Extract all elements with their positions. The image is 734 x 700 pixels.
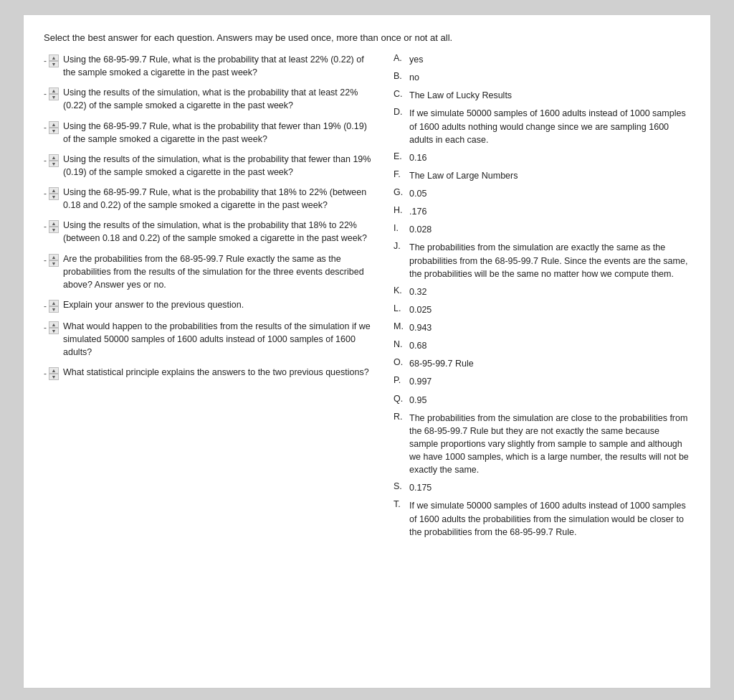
answer-text-b: no: [409, 71, 419, 84]
question-controls-8: -▲▼: [44, 298, 59, 313]
answer-item-q: Q.0.95: [394, 394, 690, 407]
dash-icon-2: -: [44, 89, 47, 99]
answer-item-d: D.If we simulate 50000 samples of 1600 a…: [394, 107, 690, 146]
spinner-7[interactable]: ▲▼: [49, 254, 59, 267]
question-row-4: -▲▼Using the results of the simulation, …: [44, 153, 376, 179]
answer-text-k: 0.32: [409, 285, 426, 298]
answer-item-o: O.68-95-99.7 Rule: [394, 357, 690, 370]
answer-item-n: N.0.68: [394, 339, 690, 352]
spinner-down-8[interactable]: ▼: [49, 306, 59, 313]
spinner-up-2[interactable]: ▲: [49, 88, 59, 94]
answer-item-j: J.The probabilities from the simulation …: [394, 241, 690, 280]
answer-item-a: A.yes: [394, 53, 690, 66]
question-text-3: Using the 68-95-99.7 Rule, what is the p…: [63, 120, 376, 146]
dash-icon-10: -: [44, 369, 47, 379]
answer-text-l: 0.025: [409, 303, 432, 316]
spinner-up-9[interactable]: ▲: [49, 321, 59, 328]
spinner-down-10[interactable]: ▼: [49, 374, 59, 380]
answer-item-e: E.0.16: [394, 151, 690, 164]
spinner-down-1[interactable]: ▼: [49, 61, 59, 67]
answer-letter-h: H.: [394, 205, 409, 215]
dash-icon-3: -: [44, 123, 47, 133]
answer-letter-c: C.: [394, 89, 409, 99]
instructions-text: Select the best answer for each question…: [44, 32, 690, 43]
question-row-6: -▲▼Using the results of the simulation, …: [44, 219, 376, 245]
spinner-down-4[interactable]: ▼: [49, 161, 59, 167]
answer-text-t: If we simulate 50000 samples of 1600 adu…: [409, 499, 690, 538]
answer-text-s: 0.175: [409, 481, 432, 494]
answer-letter-b: B.: [394, 71, 409, 81]
spinner-up-10[interactable]: ▲: [49, 367, 59, 374]
spinner-down-3[interactable]: ▼: [49, 128, 59, 134]
answer-text-m: 0.943: [409, 321, 432, 334]
spinner-10[interactable]: ▲▼: [49, 367, 59, 380]
answer-letter-n: N.: [394, 339, 409, 349]
question-controls-9: -▲▼: [44, 320, 59, 334]
spinner-down-5[interactable]: ▼: [49, 194, 59, 200]
question-text-10: What statistical principle explains the …: [63, 366, 369, 379]
question-text-4: Using the results of the simulation, wha…: [63, 153, 376, 179]
answer-letter-k: K.: [394, 285, 409, 295]
question-row-7: -▲▼Are the probabilities from the 68-95-…: [44, 252, 376, 291]
question-text-5: Using the 68-95-99.7 Rule, what is the p…: [63, 186, 376, 212]
spinner-8[interactable]: ▲▼: [49, 300, 59, 313]
question-text-6: Using the results of the simulation, wha…: [63, 219, 376, 245]
spinner-up-3[interactable]: ▲: [49, 121, 59, 128]
spinner-up-8[interactable]: ▲: [49, 300, 59, 306]
dash-icon-1: -: [44, 56, 47, 66]
answer-letter-q: Q.: [394, 394, 409, 404]
answer-text-d: If we simulate 50000 samples of 1600 adu…: [409, 107, 690, 146]
page-container: Select the best answer for each question…: [23, 14, 711, 689]
question-row-8: -▲▼Explain your answer to the previous q…: [44, 298, 376, 313]
spinner-9[interactable]: ▲▼: [49, 321, 59, 334]
answer-text-c: The Law of Lucky Results: [409, 89, 512, 102]
answer-text-i: 0.028: [409, 223, 432, 236]
answer-letter-l: L.: [394, 303, 409, 313]
spinner-up-5[interactable]: ▲: [49, 187, 59, 194]
spinner-1[interactable]: ▲▼: [49, 55, 59, 67]
dash-icon-8: -: [44, 301, 47, 311]
question-row-9: -▲▼ What would happen to the probabiliti…: [44, 320, 376, 359]
spinner-4[interactable]: ▲▼: [49, 154, 59, 167]
answer-text-q: 0.95: [409, 394, 426, 407]
answer-text-o: 68-95-99.7 Rule: [409, 357, 474, 370]
answer-item-p: P.0.997: [394, 375, 690, 388]
spinner-down-9[interactable]: ▼: [49, 328, 59, 334]
question-controls-2: -▲▼: [44, 86, 59, 100]
spinner-down-6[interactable]: ▼: [49, 227, 59, 233]
spinner-6[interactable]: ▲▼: [49, 220, 59, 233]
answer-letter-s: S.: [394, 481, 409, 491]
question-controls-3: -▲▼: [44, 120, 59, 134]
dash-icon-4: -: [44, 156, 47, 166]
answer-letter-t: T.: [394, 499, 409, 509]
question-controls-5: -▲▼: [44, 186, 59, 200]
spinner-up-7[interactable]: ▲: [49, 254, 59, 260]
answer-letter-d: D.: [394, 107, 409, 117]
answer-item-f: F.The Law of Large Numbers: [394, 169, 690, 182]
question-controls-1: -▲▼: [44, 53, 59, 67]
answer-letter-e: E.: [394, 151, 409, 161]
spinner-2[interactable]: ▲▼: [49, 88, 59, 100]
answer-item-i: I.0.028: [394, 223, 690, 236]
answer-item-l: L.0.025: [394, 303, 690, 316]
spinner-down-2[interactable]: ▼: [49, 94, 59, 100]
spinner-up-1[interactable]: ▲: [49, 55, 59, 61]
answer-item-g: G.0.05: [394, 187, 690, 200]
spinner-down-7[interactable]: ▼: [49, 260, 59, 267]
answer-letter-j: J.: [394, 241, 409, 251]
answer-text-g: 0.05: [409, 187, 426, 200]
answer-item-h: H..176: [394, 205, 690, 218]
spinner-up-6[interactable]: ▲: [49, 220, 59, 227]
answer-item-k: K.0.32: [394, 285, 690, 298]
spinner-5[interactable]: ▲▼: [49, 187, 59, 200]
question-controls-7: -▲▼: [44, 252, 59, 267]
spinner-up-4[interactable]: ▲: [49, 154, 59, 161]
answer-letter-p: P.: [394, 375, 409, 385]
answer-item-c: C.The Law of Lucky Results: [394, 89, 690, 102]
questions-column: -▲▼Using the 68-95-99.7 Rule, what is th…: [44, 53, 388, 544]
spinner-3[interactable]: ▲▼: [49, 121, 59, 134]
question-row-10: -▲▼What statistical principle explains t…: [44, 366, 376, 380]
answer-text-h: .176: [409, 205, 426, 218]
answer-text-p: 0.997: [409, 375, 432, 388]
answer-item-t: T.If we simulate 50000 samples of 1600 a…: [394, 499, 690, 538]
